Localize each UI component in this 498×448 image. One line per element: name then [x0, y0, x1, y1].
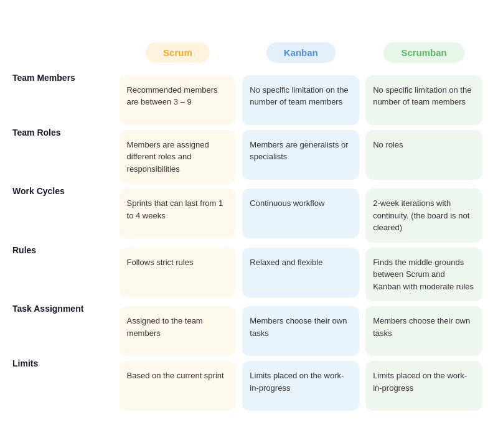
cell-content-scrum-3: Follows strict rules — [120, 248, 237, 297]
cell-content-scrum-1: Members are assigned different roles and… — [120, 130, 237, 184]
cell-content-kanban-5: Limits placed on the work-in-progress — [242, 361, 359, 411]
cell-content-scrum-4: Assigned to the team members — [120, 306, 237, 356]
cell-content-scrumban-0: No specific limitation on the number of … — [365, 75, 482, 125]
cell-kanban-4: Members choose their own tasks — [239, 304, 362, 358]
table-row: Task AssignmentAssigned to the team memb… — [12, 304, 486, 358]
cell-content-scrumban-4: Members choose their own tasks — [365, 306, 482, 356]
cell-content-kanban-2: Continuous workflow — [242, 189, 359, 238]
header-row: Scrum Kanban Scrumban — [12, 35, 486, 73]
cell-scrumban-0: No specific limitation on the number of … — [362, 73, 486, 128]
table-row: RulesFollows strict rulesRelaxed and fle… — [12, 245, 486, 304]
row-label: Team Members — [12, 73, 116, 128]
cell-scrumban-4: Members choose their own tasks — [362, 304, 486, 358]
table-row: Work CyclesSprints that can last from 1 … — [12, 186, 486, 245]
table-row: Team RolesMembers are assigned different… — [12, 128, 486, 187]
cell-scrumban-1: No roles — [362, 128, 486, 187]
cell-scrumban-5: Limits placed on the work-in-progress — [362, 358, 486, 413]
table-row: Team MembersRecommended members are betw… — [12, 73, 486, 128]
cell-scrum-3: Follows strict rules — [116, 245, 240, 304]
cell-content-kanban-3: Relaxed and flexible — [242, 248, 359, 297]
row-label: Task Assignment — [12, 304, 116, 358]
cell-content-scrum-2: Sprints that can last from 1 to 4 weeks — [120, 189, 237, 238]
cell-scrum-5: Based on the current sprint — [116, 358, 240, 413]
cell-content-scrumban-2: 2-week iterations with continuity. (the … — [365, 189, 482, 243]
header-kanban: Kanban — [239, 35, 362, 73]
cell-content-kanban-4: Members choose their own tasks — [242, 306, 359, 356]
cell-content-kanban-0: No specific limitation on the number of … — [242, 75, 359, 125]
row-label: Work Cycles — [12, 186, 116, 245]
cell-kanban-0: No specific limitation on the number of … — [239, 73, 362, 128]
cell-scrumban-2: 2-week iterations with continuity. (the … — [362, 186, 486, 245]
cell-scrumban-3: Finds the middle grounds between Scrum a… — [362, 245, 486, 304]
cell-content-scrumban-5: Limits placed on the work-in-progress — [365, 361, 482, 411]
header-scrumban: Scrumban — [362, 35, 486, 73]
cell-scrum-1: Members are assigned different roles and… — [116, 128, 240, 187]
cell-scrum-2: Sprints that can last from 1 to 4 weeks — [116, 186, 240, 245]
row-label: Limits — [12, 358, 116, 413]
cell-kanban-1: Members are generalists or specialists — [239, 128, 362, 187]
cell-kanban-3: Relaxed and flexible — [239, 245, 362, 304]
cell-scrum-4: Assigned to the team members — [116, 304, 240, 358]
header-scrum: Scrum — [116, 35, 240, 73]
cell-content-scrumban-3: Finds the middle grounds between Scrum a… — [365, 248, 482, 302]
cell-kanban-5: Limits placed on the work-in-progress — [239, 358, 362, 413]
cell-kanban-2: Continuous workflow — [239, 186, 362, 245]
cell-content-scrum-5: Based on the current sprint — [120, 361, 237, 411]
cell-scrum-0: Recommended members are between 3 – 9 — [116, 73, 240, 128]
cell-content-scrum-0: Recommended members are between 3 – 9 — [120, 75, 237, 125]
cell-content-kanban-1: Members are generalists or specialists — [242, 130, 359, 180]
header-empty — [12, 35, 116, 73]
row-label: Rules — [12, 245, 116, 304]
table-row: LimitsBased on the current sprintLimits … — [12, 358, 486, 413]
row-label: Team Roles — [12, 128, 116, 187]
comparison-table: Scrum Kanban Scrumban Team MembersRecomm… — [12, 35, 486, 414]
cell-content-scrumban-1: No roles — [365, 130, 482, 180]
